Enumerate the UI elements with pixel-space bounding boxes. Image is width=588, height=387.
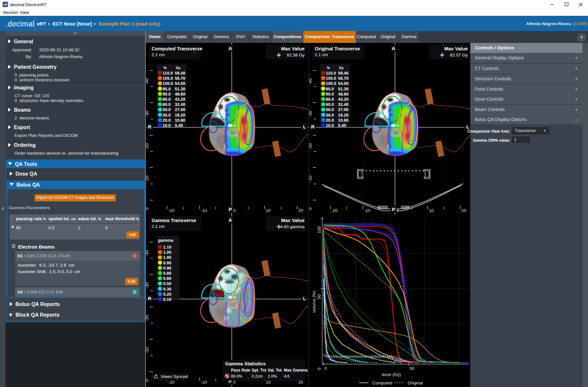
svg-text:90.0: 90.0: [326, 92, 334, 97]
svg-text:0.30: 0.30: [163, 287, 171, 291]
svg-text:100.0: 100.0: [163, 81, 173, 86]
svg-text:0.60: 0.60: [163, 276, 171, 281]
svg-text:59.40: 59.40: [175, 71, 185, 76]
svg-text:80.0: 80.0: [163, 97, 171, 102]
svg-text:100: 100: [317, 226, 322, 233]
svg-text:16.20: 16.20: [175, 113, 185, 117]
svg-text:0.20: 0.20: [163, 292, 171, 297]
svg-text:50: 50: [317, 294, 322, 299]
svg-text:48.60: 48.60: [338, 92, 349, 97]
svg-text:43.20: 43.20: [338, 97, 349, 102]
svg-text:110.0: 110.0: [326, 71, 336, 76]
svg-text:0.90: 0.90: [163, 266, 171, 270]
svg-text:60.0: 60.0: [163, 102, 171, 107]
svg-text:%: %: [164, 66, 167, 70]
svg-text:54.00: 54.00: [338, 81, 349, 86]
svg-text:60.0: 60.0: [326, 102, 334, 107]
svg-text:0.95: 0.95: [163, 260, 171, 265]
svg-text:20.0: 20.0: [326, 118, 334, 123]
svg-text:volume (%): volume (%): [312, 291, 316, 313]
svg-text:30.0: 30.0: [163, 113, 171, 117]
svg-text:32.40: 32.40: [338, 102, 349, 107]
svg-text:50.0: 50.0: [326, 107, 334, 112]
svg-text:32.40: 32.40: [175, 102, 185, 107]
svg-text:56.70: 56.70: [338, 76, 349, 81]
svg-text:Gy: Gy: [339, 66, 344, 70]
svg-text:27.00: 27.00: [338, 107, 349, 112]
svg-text:10.80: 10.80: [338, 118, 349, 123]
svg-text:0: 0: [324, 366, 327, 371]
svg-text:59.40: 59.40: [338, 71, 349, 76]
svg-text:16.20: 16.20: [338, 113, 349, 117]
svg-text:50: 50: [410, 366, 414, 371]
svg-text:Original: Original: [408, 381, 423, 385]
svg-text:48.60: 48.60: [175, 92, 185, 97]
svg-text:20.0: 20.0: [163, 118, 171, 123]
svg-text:100.0: 100.0: [326, 81, 336, 86]
svg-text:50.0: 50.0: [163, 107, 171, 112]
svg-text:0.50: 0.50: [163, 281, 171, 286]
svg-text:0.10: 0.10: [163, 297, 171, 302]
svg-text:5.40: 5.40: [338, 123, 346, 128]
svg-text:95.0: 95.0: [163, 87, 171, 91]
svg-text:1.05: 1.05: [163, 250, 171, 255]
svg-text:110.0: 110.0: [163, 71, 173, 76]
svg-text:0: 0: [317, 368, 322, 370]
svg-text:51.30: 51.30: [338, 87, 349, 91]
svg-text:eRT: eRT: [3, 4, 7, 6]
svg-text:gamma: gamma: [158, 238, 174, 243]
svg-text:105.0: 105.0: [163, 76, 173, 81]
svg-text:5.40: 5.40: [175, 123, 183, 128]
svg-text:10.0: 10.0: [326, 123, 334, 128]
svg-text:54.00: 54.00: [175, 81, 185, 86]
svg-text:80.0: 80.0: [326, 97, 334, 102]
svg-text:30.0: 30.0: [326, 113, 334, 117]
svg-text:95.0: 95.0: [326, 87, 334, 91]
svg-text:1.10: 1.10: [163, 245, 171, 250]
svg-text:43.20: 43.20: [175, 97, 185, 102]
svg-text:105.0: 105.0: [326, 76, 336, 81]
svg-text:Gy: Gy: [176, 66, 181, 70]
svg-text:27.00: 27.00: [175, 107, 185, 112]
svg-text:10.0: 10.0: [163, 123, 171, 128]
svg-text:Computed: Computed: [372, 381, 392, 385]
svg-text:56.70: 56.70: [175, 76, 185, 81]
svg-text:0.80: 0.80: [163, 271, 171, 276]
svg-text:%: %: [327, 66, 330, 70]
svg-text:1.00: 1.00: [163, 255, 171, 260]
svg-text:90.0: 90.0: [163, 92, 171, 97]
svg-text:51.30: 51.30: [175, 87, 185, 91]
svg-text:dose (Gy): dose (Gy): [382, 372, 401, 377]
svg-text:10.80: 10.80: [175, 118, 185, 123]
